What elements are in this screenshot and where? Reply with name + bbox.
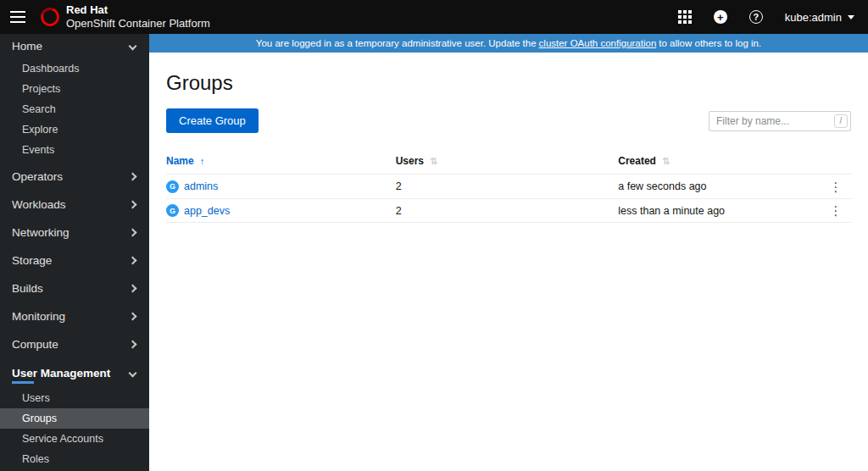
sidebar-item-users[interactable]: Users — [0, 388, 149, 408]
sort-icon: ⇅ — [662, 156, 670, 167]
keyboard-shortcut-badge: / — [834, 114, 848, 128]
sidebar-item-projects[interactable]: Projects — [0, 79, 149, 99]
chevron-right-icon — [129, 341, 137, 349]
masthead: Red Hat OpenShift Container Platform + ?… — [0, 0, 868, 34]
current-section-indicator — [12, 381, 34, 384]
sidebar-item-search[interactable]: Search — [0, 99, 149, 119]
chevron-down-icon — [129, 369, 137, 378]
users-count: 2 — [396, 205, 619, 217]
toolbar: Create Group / — [166, 108, 851, 133]
sidebar-section-monitoring[interactable]: Monitoring — [0, 302, 149, 330]
table-row: G admins 2 a few seconds ago ⋮ — [166, 174, 851, 198]
sidebar-item-groups[interactable]: Groups — [0, 408, 149, 429]
sidebar-item-service-accounts[interactable]: Service Accounts — [0, 429, 149, 449]
kebab-menu-icon[interactable]: ⋮ — [830, 180, 843, 193]
cluster-oauth-configuration-link[interactable]: cluster OAuth configuration — [539, 38, 657, 48]
help-icon[interactable]: ? — [749, 10, 763, 24]
sidebar-section-compute[interactable]: Compute — [0, 330, 149, 358]
sidebar-section-operators[interactable]: Operators — [0, 163, 149, 191]
sidebar-item-dashboards[interactable]: Dashboards — [0, 58, 149, 79]
username: kube:admin — [785, 11, 842, 24]
add-icon[interactable]: + — [714, 10, 727, 24]
chevron-right-icon — [129, 173, 137, 181]
sidebar-item-roles[interactable]: Roles — [0, 449, 149, 469]
column-header-name[interactable]: Name ↑ — [166, 155, 396, 167]
app-launcher-icon[interactable] — [678, 10, 692, 24]
redhat-logo-icon — [37, 4, 62, 29]
sidebar-item-explore[interactable]: Explore — [0, 119, 149, 140]
temporary-admin-banner: You are logged in as a temporary adminis… — [149, 34, 868, 53]
table-row: G app_devs 2 less than a minute ago ⋮ — [166, 198, 851, 223]
brand-name: Red Hat — [66, 3, 210, 17]
chevron-right-icon — [129, 201, 137, 209]
column-header-created[interactable]: Created ⇅ — [618, 155, 821, 167]
group-resource-icon: G — [166, 204, 179, 217]
sidebar: Home Dashboards Projects Search Explore … — [0, 34, 149, 471]
group-resource-icon: G — [166, 180, 179, 193]
chevron-right-icon — [129, 285, 137, 293]
brand-product: OpenShift Container Platform — [66, 17, 210, 30]
sidebar-item-events[interactable]: Events — [0, 140, 149, 160]
kebab-menu-icon[interactable]: ⋮ — [830, 204, 843, 217]
created-timestamp: a few seconds ago — [618, 180, 821, 192]
sidebar-section-user-management[interactable]: User Management — [0, 361, 149, 381]
sidebar-section-workloads[interactable]: Workloads — [0, 191, 149, 219]
nav-toggle-button[interactable] — [0, 0, 36, 34]
sort-icon: ⇅ — [430, 156, 437, 167]
chevron-right-icon — [129, 229, 137, 237]
create-group-button[interactable]: Create Group — [166, 108, 259, 133]
chevron-right-icon — [129, 313, 137, 321]
chevron-down-icon — [129, 42, 137, 51]
filter-by-name-input[interactable] — [709, 111, 851, 131]
created-timestamp: less than a minute ago — [618, 205, 821, 217]
caret-down-icon — [848, 15, 854, 19]
page-title: Groups — [166, 71, 851, 95]
user-menu[interactable]: kube:admin — [785, 11, 854, 24]
users-count: 2 — [396, 180, 619, 192]
sidebar-section-builds[interactable]: Builds — [0, 274, 149, 302]
brand[interactable]: Red Hat OpenShift Container Platform — [41, 3, 210, 30]
sidebar-section-storage[interactable]: Storage — [0, 247, 149, 274]
sidebar-section-home[interactable]: Home — [0, 34, 149, 58]
column-header-users[interactable]: Users ⇅ — [396, 155, 619, 167]
group-link-app-devs[interactable]: app_devs — [184, 205, 230, 217]
groups-table: Name ↑ Users ⇅ Created ⇅ G admins — [166, 155, 851, 223]
group-link-admins[interactable]: admins — [184, 180, 218, 192]
sort-ascending-icon: ↑ — [200, 156, 205, 166]
sidebar-section-networking[interactable]: Networking — [0, 219, 149, 247]
chevron-right-icon — [129, 257, 137, 265]
